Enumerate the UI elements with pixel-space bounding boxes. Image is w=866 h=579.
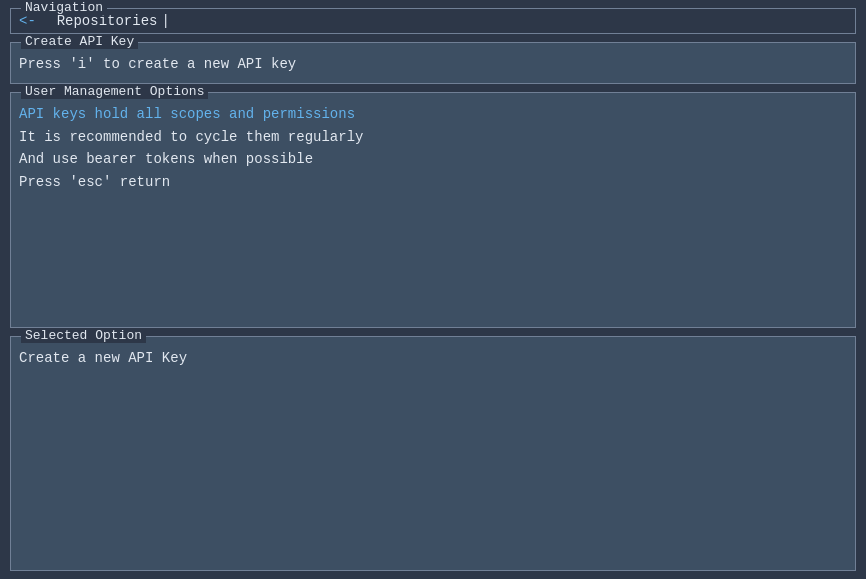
- selected-option-title: Selected Option: [21, 328, 146, 343]
- user-mgmt-line-2: It is recommended to cycle them regularl…: [19, 126, 847, 148]
- navigation-content: <- Repositories |: [11, 9, 855, 33]
- selected-option-panel: Selected Option Create a new API Key: [10, 336, 856, 571]
- create-api-key-message: Press 'i' to create a new API key: [19, 53, 847, 75]
- create-api-key-content: Press 'i' to create a new API key: [11, 43, 855, 83]
- user-mgmt-line-4: Press 'esc' return: [19, 171, 847, 193]
- back-arrow[interactable]: <-: [19, 13, 36, 29]
- create-api-key-panel: Create API Key Press 'i' to create a new…: [10, 42, 856, 84]
- nav-spacer: [40, 13, 57, 29]
- nav-separator: |: [161, 13, 169, 29]
- navigation-title: Navigation: [21, 0, 107, 15]
- user-management-panel: User Management Options API keys hold al…: [10, 92, 856, 327]
- user-management-content: API keys hold all scopes and permissions…: [11, 93, 855, 253]
- selected-option-content: Create a new API Key: [11, 337, 855, 477]
- screen: Navigation <- Repositories | Create API …: [4, 4, 862, 575]
- selected-option-value: Create a new API Key: [19, 347, 847, 369]
- repositories-link[interactable]: Repositories: [57, 13, 158, 29]
- create-api-key-title: Create API Key: [21, 34, 138, 49]
- navigation-panel: Navigation <- Repositories |: [10, 8, 856, 34]
- user-mgmt-line-1: API keys hold all scopes and permissions: [19, 103, 847, 125]
- user-mgmt-line-3: And use bearer tokens when possible: [19, 148, 847, 170]
- user-management-title: User Management Options: [21, 84, 208, 99]
